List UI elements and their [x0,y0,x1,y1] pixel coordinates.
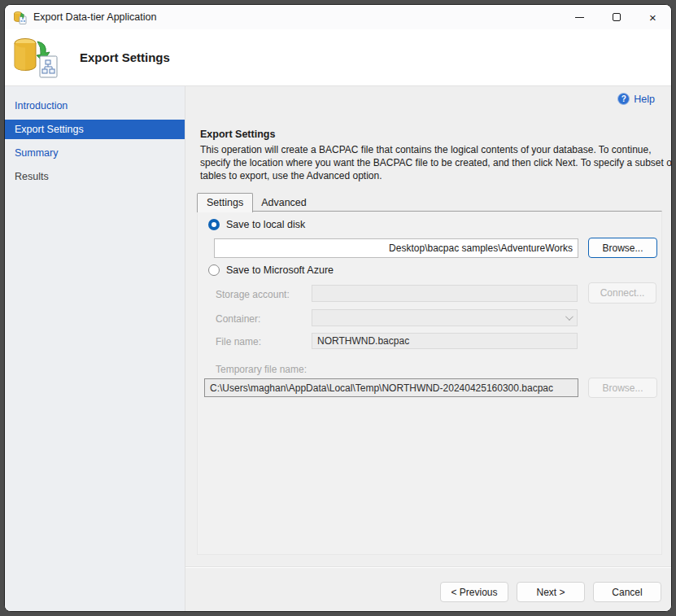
tab-advanced[interactable]: Advanced [253,194,315,212]
next-button[interactable]: Next > [517,582,585,602]
wizard-header: Export Settings [5,29,671,86]
tab-strip: Settings Advanced [197,193,315,212]
wizard-body: Introduction Export Settings Summary Res… [5,86,671,611]
local-browse-button[interactable]: Browse... [588,238,657,258]
connect-button[interactable]: Connect... [588,282,656,304]
sidebar-item-export-settings[interactable]: Export Settings [5,120,185,139]
help-link[interactable]: ? Help [617,93,655,105]
storage-account-input[interactable] [312,285,578,302]
settings-tab-panel: Save to local disk Browse... Save to Mic… [197,211,662,555]
help-label: Help [634,94,655,105]
wizard-content: ? Help Export Settings This operation wi… [185,86,671,611]
container-value [312,312,317,324]
temp-file-name-label: Temporary file name: [216,364,307,375]
radio-selected-icon [208,219,220,230]
storage-account-label: Storage account: [216,289,290,300]
export-database-icon [13,37,60,79]
container-dropdown[interactable] [312,309,578,326]
footer-buttons: < Previous Next > Cancel [440,582,661,602]
window-title: Export Data-tier Application [33,11,156,23]
help-icon: ? [617,93,630,105]
save-azure-radio[interactable]: Save to Microsoft Azure [208,264,334,276]
container-label: Container: [216,313,260,325]
app-icon [13,11,27,24]
minimize-icon [575,17,584,18]
page-description: This operation will create a BACPAC file… [200,143,672,182]
chevron-down-icon [565,312,574,321]
sidebar-item-results[interactable]: Results [5,167,185,186]
minimize-button[interactable] [561,5,598,29]
close-button[interactable]: × [635,5,671,29]
file-name-input[interactable] [312,333,578,349]
window-controls: × [561,5,671,29]
radio-unselected-icon [208,264,220,276]
save-local-radio[interactable]: Save to local disk [208,219,305,230]
maximize-icon [613,13,621,21]
wizard-page-title: Export Settings [80,50,170,64]
save-azure-label: Save to Microsoft Azure [226,264,334,276]
close-icon: × [649,11,656,24]
tab-settings[interactable]: Settings [197,193,253,212]
previous-button[interactable]: < Previous [440,582,508,602]
file-name-label: File name: [216,336,261,347]
title-bar: Export Data-tier Application × [5,5,671,29]
sidebar-item-introduction[interactable]: Introduction [5,96,185,116]
page-heading: Export Settings [200,129,275,140]
sidebar-item-summary[interactable]: Summary [5,143,185,163]
screen: Export Data-tier Application × Export Se… [0,0,676,616]
temp-file-name-input[interactable] [204,378,578,397]
export-dialog-window: Export Data-tier Application × Export Se… [4,4,672,612]
wizard-steps-sidebar: Introduction Export Settings Summary Res… [5,86,185,611]
temp-browse-button[interactable]: Browse... [588,378,657,398]
footer-divider [185,566,671,568]
cancel-button[interactable]: Cancel [593,582,661,602]
maximize-button[interactable] [598,5,635,29]
save-local-label: Save to local disk [226,219,305,230]
local-path-input[interactable] [214,238,578,258]
